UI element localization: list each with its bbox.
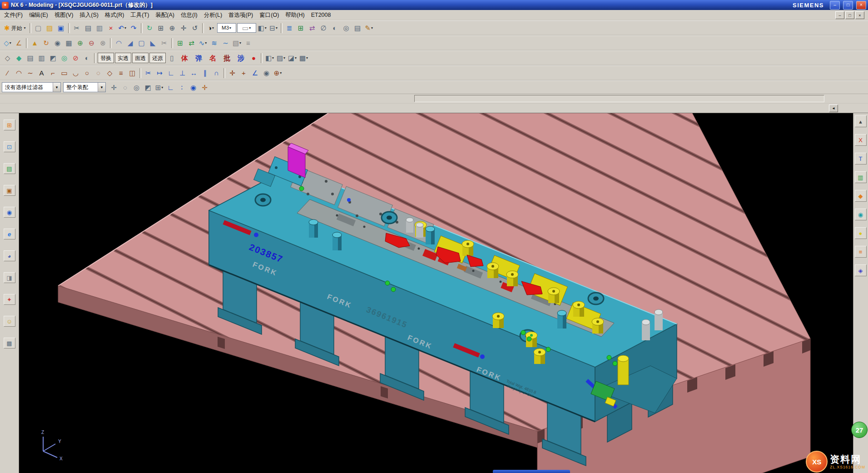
spheres-tool-icon[interactable]: ◉ — [855, 209, 867, 220]
move-component-button[interactable]: ⇄ — [307, 23, 317, 33]
invert-shown-button[interactable]: ◐ — [82, 53, 92, 63]
minimize-button[interactable]: – — [830, 1, 840, 10]
work-layer-button[interactable]: ▥ — [36, 53, 47, 63]
tangent-constraint-button[interactable]: ∩ — [211, 68, 222, 78]
top-selection-button[interactable]: ◩ — [143, 82, 153, 93]
point-button[interactable]: ✛ — [227, 68, 238, 78]
swept-button[interactable]: ∼ — [220, 38, 231, 48]
sketch-button[interactable]: ∠ — [14, 38, 24, 48]
wave-geometry-button[interactable]: ∿ — [198, 38, 208, 48]
open-file-button[interactable]: ▨ — [45, 23, 55, 33]
batch-macro-button[interactable]: 批 — [220, 53, 233, 63]
object-display-button[interactable]: ◩ — [48, 53, 58, 63]
subtract-button[interactable]: ⊖ — [86, 38, 97, 48]
trim-body-button[interactable]: ✂ — [159, 38, 169, 48]
display-option-1-button[interactable]: ◧ — [264, 53, 275, 63]
menu-information[interactable]: 信息(I) — [178, 10, 201, 20]
snap-end-point-button[interactable]: ∟ — [165, 82, 176, 93]
delete-button[interactable]: × — [106, 23, 116, 33]
datum-plane-button[interactable]: ◇ — [2, 38, 13, 48]
constraint-navigator-icon[interactable]: ⊡ — [4, 141, 15, 152]
replace-refset-button[interactable]: 替换 — [98, 53, 114, 63]
name-macro-button[interactable]: 名 — [206, 53, 219, 63]
history-icon[interactable]: ◕ — [4, 250, 15, 261]
hide-object-button[interactable]: ⊘ — [70, 53, 81, 63]
assembly-navigator-button[interactable]: ≣ — [284, 23, 295, 33]
snap-settings-button[interactable]: ◉ — [261, 68, 272, 78]
rectangle-button[interactable]: ▭ — [59, 68, 69, 78]
edit-object-display-button[interactable]: ◐ — [330, 23, 340, 33]
text-curve-button[interactable]: A — [36, 68, 47, 78]
thicken-button[interactable]: ▧ — [232, 38, 242, 48]
fillet-curve-button[interactable]: ◡ — [70, 68, 81, 78]
menu-edit[interactable]: 编辑(E) — [26, 10, 51, 20]
assembly-constraints-button[interactable]: ⊞ — [296, 23, 306, 33]
display-option-3-button[interactable]: ◪ — [287, 53, 298, 63]
pan-button[interactable]: ✛ — [179, 23, 189, 33]
revolve-button[interactable]: ↻ — [41, 38, 51, 48]
bulb-tool-icon[interactable]: ● — [855, 227, 867, 239]
copy-button[interactable]: ▤ — [83, 23, 94, 33]
edit-annotation-button[interactable]: ✎ — [364, 23, 374, 33]
show-object-button[interactable]: ◎ — [59, 53, 69, 63]
interference-macro-button[interactable]: 涉 — [234, 53, 248, 63]
wcs-dynamics-button[interactable]: ✛ — [199, 82, 210, 93]
hole-button[interactable]: ◉ — [52, 38, 63, 48]
menu-window[interactable]: 窗口(O) — [256, 10, 282, 20]
snap-center-point-button[interactable]: ◉ — [188, 82, 198, 93]
edge-blend-button[interactable]: ◠ — [114, 38, 124, 48]
bars-tool-icon[interactable]: ≡ — [855, 246, 867, 258]
wireframe-display-button[interactable]: ◇ — [2, 53, 13, 63]
refresh-view-button[interactable]: ↻ — [144, 23, 155, 33]
assembly-navigator-icon[interactable]: ⊞ — [4, 119, 15, 130]
pattern-feature-button[interactable]: ▦ — [64, 38, 74, 48]
undo-button[interactable]: ↶ — [117, 23, 128, 33]
cut-button[interactable]: ✂ — [72, 23, 82, 33]
line-button[interactable]: ∕ — [2, 68, 13, 78]
menu-et2008[interactable]: ET2008 — [308, 11, 334, 19]
hd3d-tools-icon[interactable]: ◉ — [4, 207, 15, 218]
spline-button[interactable]: ∼ — [25, 68, 35, 78]
reuse-library-icon[interactable]: ▣ — [4, 185, 15, 196]
layer-visible-button[interactable]: ▤ — [25, 53, 35, 63]
datum-csys-button[interactable]: ⊕ — [273, 68, 283, 78]
arc-button[interactable]: ◠ — [14, 68, 24, 78]
shaded-view-button[interactable]: ◆ — [14, 53, 24, 63]
save-button[interactable]: ▣ — [56, 23, 66, 33]
new-file-button[interactable]: ▢ — [33, 23, 44, 33]
system-scenes-icon[interactable]: ▩ — [4, 338, 15, 349]
section-tool-icon[interactable]: ▥ — [855, 171, 867, 183]
solid-translucency-button[interactable]: 实透 — [115, 53, 131, 63]
text-tool-icon[interactable]: T — [855, 153, 867, 164]
menu-format[interactable]: 格式(R) — [102, 10, 127, 20]
offset-surface-button[interactable]: ≡ — [243, 38, 253, 48]
selection-filter-combo[interactable]: 没有选择过滤器 ▼ — [2, 82, 61, 92]
highlight-hidden-button[interactable]: ◎ — [131, 82, 142, 93]
quick-extend-button[interactable]: ↦ — [154, 68, 165, 78]
dimensions-button[interactable]: ↔ — [188, 68, 199, 78]
background-selector[interactable]: ▭ — [237, 23, 256, 33]
doc-restore-button[interactable]: □ — [845, 11, 854, 19]
maximize-button[interactable]: □ — [843, 1, 853, 10]
menu-file[interactable]: 文件(F) — [1, 10, 26, 20]
through-curves-button[interactable]: ≋ — [209, 38, 219, 48]
menu-analysis[interactable]: 分析(L) — [201, 10, 225, 20]
paste-button[interactable]: ▥ — [94, 23, 105, 33]
select-lasso-button[interactable]: ◌ — [120, 82, 130, 93]
dock-scroll-button[interactable]: ▴ — [855, 115, 867, 127]
close-button[interactable]: × — [856, 1, 866, 10]
taskbar-sliver[interactable] — [493, 470, 570, 473]
select-touch-button[interactable]: ✛ — [109, 82, 119, 93]
make-corner-button[interactable]: ∟ — [166, 68, 176, 78]
fit-view-button[interactable]: ⊞ — [156, 23, 166, 33]
intersection-point-button[interactable]: + — [238, 68, 249, 78]
display-option-2-button[interactable]: ▨ — [276, 53, 286, 63]
system-materials-icon[interactable]: ◨ — [4, 272, 15, 283]
menu-assemblies[interactable]: 装配(A) — [152, 10, 178, 20]
internet-explorer-icon[interactable]: e — [4, 229, 15, 239]
xg-tool-icon[interactable]: X — [855, 134, 867, 146]
draft-button[interactable]: ◣ — [148, 38, 158, 48]
extrude-button[interactable]: ▲ — [30, 38, 40, 48]
restore-display-button[interactable]: 还原 — [149, 53, 166, 63]
menu-tools[interactable]: 工具(T) — [127, 10, 152, 20]
